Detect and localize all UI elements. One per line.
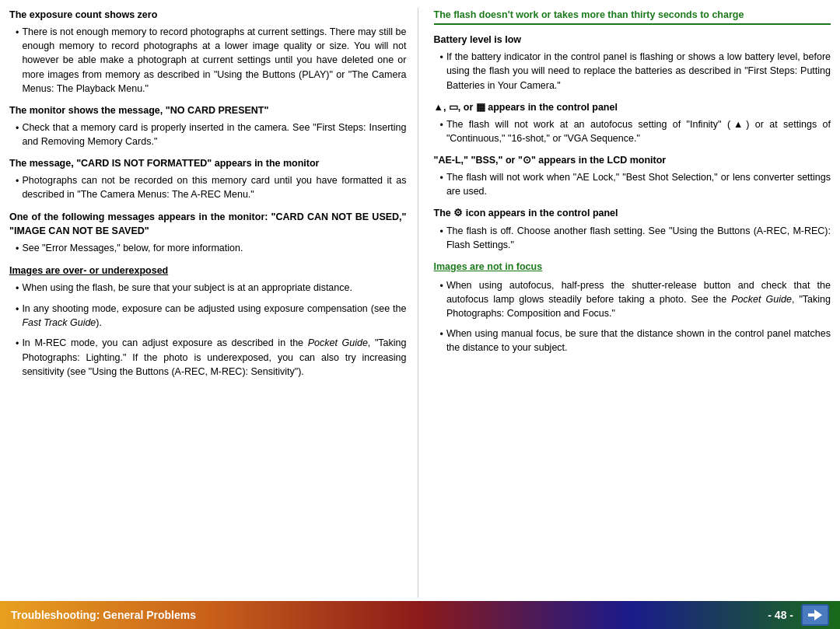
bullet-text: In any shooting mode, exposure can be ad… <box>22 302 406 330</box>
bullet-ae-l-1: • The flash will not work when "AE Lock,… <box>434 170 831 198</box>
italic-pocketguide2: Pocket Guide <box>731 294 792 305</box>
infinity-icon: ▲ <box>730 119 746 130</box>
icon-multi: ▦ <box>476 102 485 113</box>
arrow-right-icon <box>807 608 824 622</box>
heading-ae-l-bss: "AE-L," "BSS," or "⊙" appears in the LCD… <box>434 153 831 167</box>
icon-display: ▭ <box>449 102 458 113</box>
flash-icon: ⚙ <box>453 208 463 218</box>
bullet-focus-1: • When using autofocus, half-press the s… <box>434 278 831 320</box>
bullet-overexposed-1: • When using the flash, be sure that you… <box>9 281 407 295</box>
bullet-symbol: • <box>16 337 19 378</box>
right-column: The flash doesn't work or takes more tha… <box>431 8 831 598</box>
bullet-text: In M-REC mode, you can adjust exposure a… <box>22 336 406 378</box>
bullet-text: Photographs can not be recorded on this … <box>22 173 406 201</box>
section-images-overexposed: Images are over- or underexposed • When … <box>9 264 407 379</box>
bullet-no-card-1: • Check that a memory card is properly i… <box>9 121 407 149</box>
section-no-card-present: The monitor shows the message, "NO CARD … <box>9 103 407 149</box>
bullet-flash-off-1: • The flash is off. Choose another flash… <box>434 224 831 252</box>
footer-right: - 48 - <box>768 604 829 626</box>
bullet-symbol: • <box>16 121 19 149</box>
bullet-text: There is not enough memory to record pho… <box>22 25 406 96</box>
heading-card-not-formatted: The message, "CARD IS NOT FORMATTED" app… <box>9 156 407 170</box>
bullet-text: Check that a memory card is properly ins… <box>22 121 406 149</box>
bullet-focus-2: • When using manual focus, be sure that … <box>434 327 831 355</box>
bullet-symbol: • <box>440 327 443 355</box>
bullet-text: See "Error Messages," below, for more in… <box>22 241 406 256</box>
section-flash-off-icon: The ⚙ icon appears in the control panel … <box>434 206 831 251</box>
section-images-not-focus: Images are not in focus • When using aut… <box>434 260 831 355</box>
heading-flash-off: The ⚙ icon appears in the control panel <box>434 206 831 220</box>
section-flash-main: The flash doesn't work or takes more tha… <box>434 8 831 25</box>
footer-label: Troubleshooting: General Problems <box>11 609 196 621</box>
page-number: - 48 - <box>768 609 793 621</box>
heading-images-not-focus: Images are not in focus <box>434 260 831 274</box>
bullet-icons-1: • The flash will not work at an autofocu… <box>434 117 831 145</box>
section-ae-l-bss: "AE-L," "BSS," or "⊙" appears in the LCD… <box>434 153 831 198</box>
bullet-text: When using autofocus, half-press the shu… <box>446 278 831 320</box>
heading-images-overexposed: Images are over- or underexposed <box>9 264 407 278</box>
icon-label: appears in the control panel <box>488 102 618 113</box>
svg-marker-0 <box>808 610 822 620</box>
bullet-text: The flash will not work when "AE Lock," … <box>446 170 831 198</box>
section-card-cannot-used: One of the following messages appears in… <box>9 210 407 256</box>
heading-flash-main: The flash doesn't work or takes more tha… <box>434 8 831 25</box>
bullet-symbol: • <box>440 279 443 320</box>
bullet-symbol: • <box>440 171 443 198</box>
bullet-text: When using the flash, be sure that your … <box>22 281 406 295</box>
page-container: The exposure count shows zero • There is… <box>0 0 840 629</box>
bullet-overexposed-3: • In M-REC mode, you can adjust exposure… <box>9 336 407 378</box>
italic-pocketguide: Pocket Guide <box>308 337 368 348</box>
bullet-symbol: • <box>440 51 443 92</box>
heading-card-cannot-used: One of the following messages appears in… <box>9 210 407 238</box>
icon-mountain: ▲ <box>434 102 443 113</box>
bullet-overexposed-2: • In any shooting mode, exposure can be … <box>9 302 407 330</box>
heading-exposure-count: The exposure count shows zero <box>9 8 407 22</box>
content-area: The exposure count shows zero • There is… <box>0 0 840 601</box>
camera-icon: ⊙ <box>523 155 531 166</box>
section-icons-control: ▲, ▭, or ▦ appears in the control panel … <box>434 100 831 145</box>
bullet-exposure-count-1: • There is not enough memory to record p… <box>9 25 407 96</box>
bullet-text: The flash will not work at an autofocus … <box>446 117 831 145</box>
bullet-symbol: • <box>440 118 443 145</box>
bullet-battery-1: • If the battery indicator in the contro… <box>434 50 831 92</box>
next-arrow-button[interactable] <box>801 604 829 626</box>
bullet-text: If the battery indicator in the control … <box>446 50 831 92</box>
section-card-not-formatted: The message, "CARD IS NOT FORMATTED" app… <box>9 156 407 201</box>
section-exposure-count: The exposure count shows zero • There is… <box>9 8 407 96</box>
bullet-symbol: • <box>16 281 19 295</box>
section-battery-low: Battery level is low • If the battery in… <box>434 33 831 93</box>
bullet-symbol: • <box>16 302 19 330</box>
bullet-symbol: • <box>16 174 19 201</box>
bullet-symbol: • <box>440 225 443 252</box>
bullet-card-cannot-1: • See "Error Messages," below, for more … <box>9 241 407 256</box>
footer-bar: Troubleshooting: General Problems - 48 - <box>0 601 840 629</box>
bullet-text: When using manual focus, be sure that th… <box>446 327 831 355</box>
left-column: The exposure count shows zero • There is… <box>9 8 418 598</box>
bullet-text: The flash is off. Choose another flash s… <box>446 224 831 252</box>
heading-icons-control: ▲, ▭, or ▦ appears in the control panel <box>434 100 831 114</box>
bullet-symbol: • <box>16 242 19 256</box>
heading-no-card-present: The monitor shows the message, "NO CARD … <box>9 103 407 117</box>
italic-fasttrack: Fast Track Guide <box>22 317 96 328</box>
bullet-card-formatted-1: • Photographs can not be recorded on thi… <box>9 173 407 201</box>
heading-battery-low: Battery level is low <box>434 33 831 47</box>
bullet-symbol: • <box>16 26 19 96</box>
